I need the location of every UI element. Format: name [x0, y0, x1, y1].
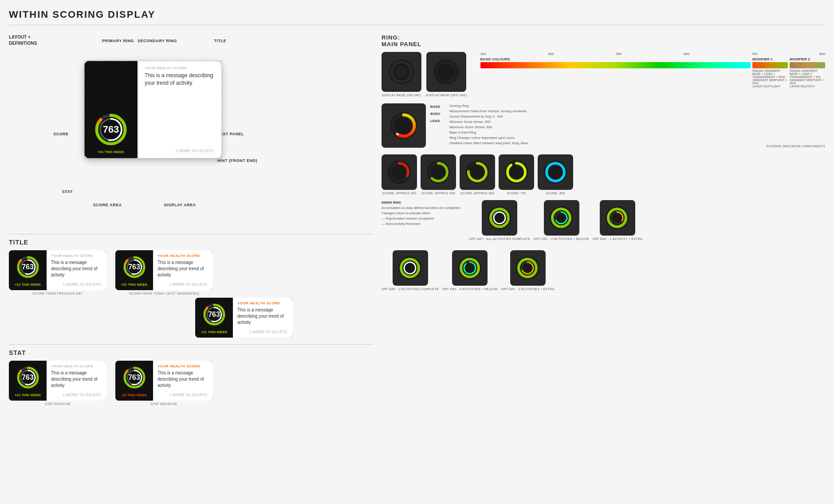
score-850-item: SCORE: 850 [538, 154, 573, 195]
stat-score-card-2: 763 -32 THIS WEEK YOUR HEALTH SCORE This… [115, 361, 213, 401]
stat-card-1-left: 763 +31 THIS WEEK [9, 361, 47, 401]
stat-card-2-right: YOUR HEALTH SCORE This is a message desc… [153, 361, 213, 401]
stat-health-msg-2: This is a message describing your trend … [157, 370, 208, 391]
off-day-1-extra-caption: OFF DAY - 1 ACTIVITY + EXTRA [593, 237, 642, 240]
main-ring-score: 763 [103, 124, 119, 135]
stat-score-card-1: 763 +31 THIS WEEK YOUR HEALTH SCORE This… [9, 361, 106, 401]
title-stat-3: +31 THIS WEEK [201, 330, 227, 334]
stat-ring-score-2: 763 [128, 374, 140, 382]
title-stat-2: +31 THIS WEEK [121, 283, 147, 287]
off-day-2-extra-caption: OFF DAY - 2 ACTIVITIES + EXTRA [501, 287, 555, 291]
title-label: TITLE [214, 39, 227, 43]
display-off-ring-svg [431, 56, 462, 87]
title-card-2-caption: SCORE FROM TODAY (JUST GENERATED) [129, 292, 199, 295]
display-base-off-caption: DISPLAY BASE (OFF DAY) [426, 94, 467, 97]
title-score-card-2: 763 +31 THIS WEEK YOUR HEALTH SCORE This… [115, 250, 213, 290]
title-card-3-right: YOUR HEALTH SCORE This is a message desc… [233, 298, 293, 338]
svg-point-35 [440, 66, 452, 78]
title-card-1: 763 +31 THIS WEEK YOUR HEALTH SCORE This… [9, 250, 106, 295]
stat-label: STAT [62, 189, 73, 194]
stat-card-1-right: YOUR HEALTH SCORE This is a message desc… [47, 361, 106, 401]
off-day-row-1: OFF DAY - ALL ACTIVITIES COMPLETE OFF DA [469, 200, 643, 240]
stat-card-2: 763 -32 THIS WEEK YOUR HEALTH SCORE This… [115, 361, 213, 406]
score-500-item: SCORE: APPROX 500 [421, 154, 456, 195]
off-day-2-rejuve-svg [547, 204, 576, 232]
score-750-caption: SCORE: 750 [507, 192, 526, 195]
title-score-card-3: 763 +31 THIS WEEK YOUR HEALTH SCORE This… [195, 298, 293, 338]
indicator-panel: BASE BODY LEAD Scoring Ring Measurement … [382, 103, 825, 148]
hint-label: HINT (FRONT END) [217, 158, 257, 163]
stat-section: STAT [9, 349, 373, 406]
modifier1-bar [752, 62, 788, 68]
title-health-title-1: YOUR HEALTH SCORE [51, 254, 102, 258]
display-base-off-box [426, 52, 466, 92]
score-850-caption: SCORE: 850 [546, 192, 565, 195]
main-health-message: This is a message describing your trend … [145, 72, 215, 87]
off-day-1-extra-svg [603, 204, 632, 232]
page-title: WITHIN SCORING DISPLAY [9, 9, 825, 20]
score-750-item: SCORE: 750 [499, 154, 534, 195]
title-card-row: 763 +31 THIS WEEK YOUR HEALTH SCORE This… [9, 250, 373, 295]
stat-ring-2: 763 [122, 365, 147, 390]
title-hint-2: 1 MORE TO GO ETC. [157, 282, 208, 287]
score-850-svg [541, 158, 570, 187]
inner-ring-notes: INNER RING Accumulates as daily defined … [382, 200, 460, 227]
stat-ring-score-1: 763 [22, 374, 34, 382]
modifier2-label: MODIFIER 2 [790, 57, 825, 61]
main-health-title: YOUR HEALTH SCORE This is a message desc… [145, 66, 215, 87]
off-day-all-complete: OFF DAY - ALL ACTIVITIES COMPLETE [469, 200, 531, 240]
off-day-3-complete: OFF DAY - 3 ACTIVITIES COMPLETE [382, 250, 439, 291]
stat-card-1: 763 +31 THIS WEEK YOUR HEALTH SCORE This… [9, 361, 106, 406]
body-label: BODY [430, 112, 441, 116]
main-card-left: 763 +31 THIS WEEK [84, 61, 138, 158]
off-day-1-extra: OFF DAY - 1 ACTIVITY + EXTRA [593, 200, 642, 240]
main-ring: 763 [93, 112, 129, 147]
title-ring-2: 763 [122, 254, 147, 280]
score-600-svg [463, 158, 492, 187]
off-day-2-extra: OFF DAY - 2 ACTIVITIES + EXTRA [501, 250, 555, 291]
title-hint-1: 1 MORE TO GO ETC. [51, 282, 102, 287]
main-hint: 1 MORE TO GO ETC. [145, 149, 215, 153]
layout-definitions-section: LAYOUT + DEFINITIONS PRIMARY RING SECOND… [9, 34, 373, 220]
display-base-on-item: DISPLAY BASE (ON DAY) [382, 52, 421, 97]
diagram-area: PRIMARY RING SECONDARY RING TITLE SCORE … [49, 34, 262, 220]
indicator-desc: Scoring Ring Measurement Starts from Ver… [449, 103, 528, 146]
off-day-2-rejuve: OFF DAY - 2 ACTIVITIES + REJUVE [534, 200, 589, 240]
modifier2-desc: RADIAL GRADIENT BASE + LEAD + TRANSPAREN… [790, 69, 825, 88]
layout-label: LAYOUT + DEFINITIONS [9, 34, 44, 220]
title-card-1-caption: SCORE FROM PREVIOUS DAY [33, 292, 83, 295]
stat-stat-2: -32 THIS WEEK [121, 393, 147, 397]
title-health-title-3: YOUR HEALTH SCORE [237, 301, 288, 305]
title-health-msg-3: This is a message describing your trend … [237, 307, 288, 328]
score-600-caption: SCORE: APPROX 600 [460, 192, 494, 195]
display-area-label: DISPLAY AREA [164, 203, 196, 207]
display-base-off-item: DISPLAY BASE (OFF DAY) [426, 52, 467, 97]
off-day-all-svg [485, 204, 514, 232]
stat-section-label: STAT [9, 349, 373, 356]
title-section-label: TITLE [9, 239, 373, 246]
stat-health-msg-1: This is a message describing your trend … [51, 370, 102, 391]
inner-ring-section: INNER RING Accumulates as daily defined … [382, 200, 825, 246]
indicator-ring-svg [386, 108, 421, 143]
title-ring-score-2: 763 [128, 263, 140, 271]
color-bars-container: BASIC COLOURS MODIFIER 1 RADIAL GRADIENT… [480, 57, 825, 88]
color-bar-section: 300 600 500 600 700 800 BASIC COLOURS MO… [480, 52, 825, 97]
stat-health-title-1: YOUR HEALTH SCORE [51, 364, 102, 368]
section-divider-1 [9, 234, 373, 234]
title-ring-score-1: 763 [22, 263, 34, 271]
basic-color-bar [480, 62, 751, 68]
off-day-2-extra-svg [513, 254, 542, 283]
indicator-caption: SCORING INDICATOR COMPONENTS [766, 145, 825, 148]
title-card-3: 763 +31 THIS WEEK YOUR HEALTH SCORE This… [115, 298, 373, 338]
title-hint-3: 1 MORE TO GO ETC. [237, 330, 288, 334]
score-750-svg [502, 158, 531, 187]
title-health-msg-2: This is a message describing your trend … [157, 260, 208, 280]
stat-card-1-caption: STAT POSITIVE [45, 402, 70, 406]
score-area-label: SCORE AREA [93, 203, 122, 207]
title-ring-3: 763 [201, 302, 227, 327]
title-card-1-right: YOUR HEALTH SCORE This is a message desc… [47, 250, 106, 290]
basic-colours-label: BASIC COLOURS [480, 57, 751, 61]
title-section: TITLE [9, 239, 373, 338]
score-label: SCORE [53, 132, 69, 136]
score-ring-row: SCORE: APPROX 300 SCORE: APPROX 500 [382, 154, 825, 195]
